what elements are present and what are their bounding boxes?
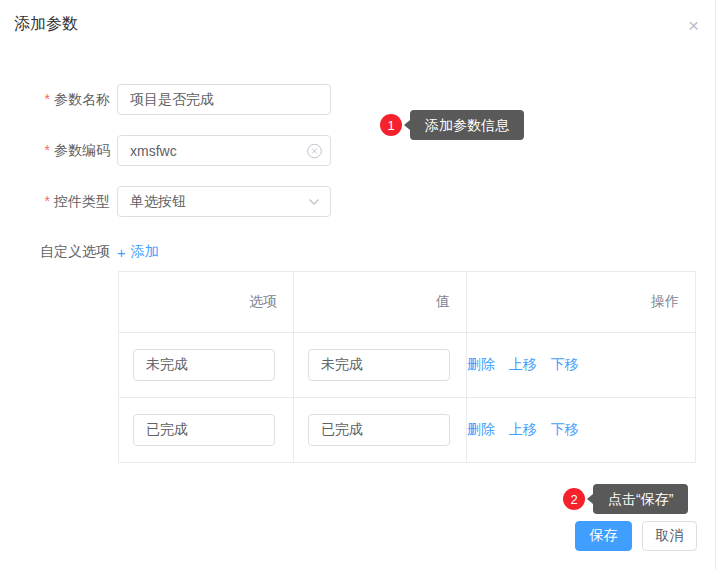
cancel-button[interactable]: 取消 — [642, 521, 697, 551]
control-type-selected-value: 单选按钮 — [130, 193, 186, 211]
option-name-input-row2[interactable] — [133, 414, 275, 446]
add-parameter-dialog: 添加参数 × *参数名称 *参数编码 *控件类型 单选按钮 — [0, 0, 716, 570]
step-2-tooltip: 点击“保存” — [593, 484, 688, 514]
move-down-link-row1[interactable]: 下移 — [551, 356, 579, 372]
step-1-tooltip: 添加参数信息 — [410, 110, 524, 140]
plus-icon: + — [117, 244, 126, 261]
param-code-label: *参数编码 — [0, 142, 110, 160]
required-asterisk: * — [45, 91, 50, 107]
control-type-label: *控件类型 — [0, 193, 110, 211]
close-icon[interactable]: × — [688, 16, 699, 35]
table-header-row: 选项 值 操作 — [119, 272, 696, 333]
column-header-option: 选项 — [119, 272, 294, 333]
move-up-link-row1[interactable]: 上移 — [509, 356, 537, 372]
dialog-title: 添加参数 — [14, 14, 78, 35]
option-name-input-row1[interactable] — [133, 349, 275, 381]
move-up-link-row2[interactable]: 上移 — [509, 421, 537, 437]
table-row: 删除 上移 下移 — [119, 398, 696, 463]
required-asterisk: * — [45, 193, 50, 209]
move-down-link-row2[interactable]: 下移 — [551, 421, 579, 437]
field-row-param-code: *参数编码 — [0, 135, 331, 166]
delete-link-row1[interactable]: 删除 — [467, 356, 495, 372]
table-row: 删除 上移 下移 — [119, 333, 696, 398]
add-option-label: 添加 — [131, 243, 159, 261]
annotation-step-1: 1 添加参数信息 — [380, 110, 524, 140]
required-asterisk: * — [45, 142, 50, 158]
param-code-input[interactable] — [117, 135, 331, 166]
chevron-down-icon — [308, 198, 320, 206]
option-value-input-row2[interactable] — [308, 414, 450, 446]
annotation-step-2: 2 点击“保存” — [563, 484, 688, 514]
options-table: 选项 值 操作 删除 上移 下移 删除 上移 — [118, 271, 696, 463]
field-row-param-name: *参数名称 — [0, 84, 331, 115]
param-name-label: *参数名称 — [0, 91, 110, 109]
add-option-button[interactable]: +添加 — [117, 243, 159, 261]
param-name-input[interactable] — [117, 84, 331, 115]
control-type-select[interactable]: 单选按钮 — [117, 186, 331, 217]
clear-input-icon[interactable] — [307, 143, 322, 158]
step-1-badge: 1 — [380, 114, 402, 136]
column-header-value: 值 — [294, 272, 467, 333]
option-value-input-row1[interactable] — [308, 349, 450, 381]
column-header-actions: 操作 — [467, 272, 696, 333]
custom-options-label: 自定义选项 — [0, 243, 110, 261]
delete-link-row2[interactable]: 删除 — [467, 421, 495, 437]
custom-options-row: 自定义选项 +添加 — [0, 244, 159, 260]
dialog-footer: 保存 取消 — [575, 521, 697, 551]
field-row-control-type: *控件类型 单选按钮 — [0, 186, 331, 217]
save-button[interactable]: 保存 — [575, 521, 632, 551]
step-2-badge: 2 — [563, 488, 585, 510]
